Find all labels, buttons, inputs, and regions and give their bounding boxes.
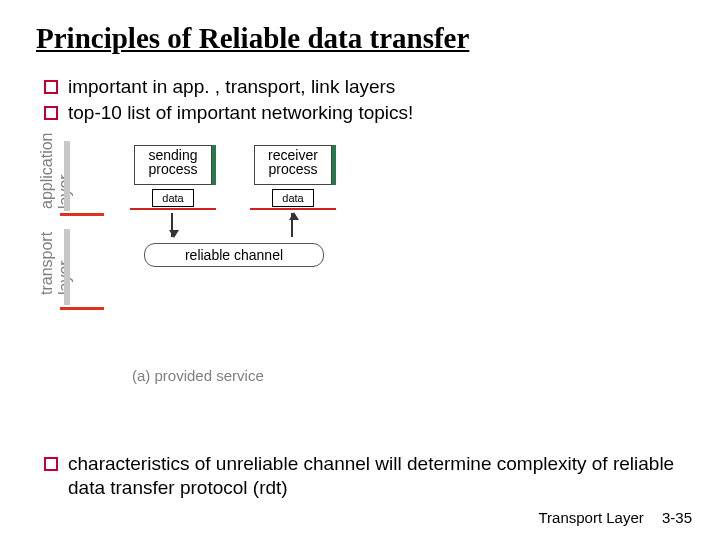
bullet-text: important in app. , transport, link laye… (68, 75, 395, 99)
data-underline (130, 208, 216, 210)
layer-bar (64, 229, 70, 305)
channel-label: reliable channel (144, 243, 324, 267)
list-item: top-10 list of important networking topi… (44, 101, 686, 125)
bullet-icon (44, 106, 58, 120)
diagram: applicationlayer transportlayer sendingp… (40, 133, 420, 393)
list-item: important in app. , transport, link laye… (44, 75, 686, 99)
bullet-text: characteristics of unreliable channel wi… (68, 452, 680, 500)
bullet-text: top-10 list of important networking topi… (68, 101, 413, 125)
arrow-down-icon (171, 213, 173, 237)
diagram-caption: (a) provided service (132, 367, 264, 384)
footer: Transport Layer 3-35 (538, 509, 692, 526)
bullet-list: important in app. , transport, link laye… (44, 75, 686, 125)
bottom-bullet: characteristics of unreliable channel wi… (44, 450, 680, 502)
layer-divider (60, 213, 104, 216)
footer-chapter: Transport Layer (538, 509, 643, 526)
receiver-process-box: receiverprocess (254, 145, 332, 185)
channel-box: reliable channel (144, 243, 324, 267)
footer-page: 3-35 (662, 509, 692, 526)
layer-bar (64, 141, 70, 211)
page-title: Principles of Reliable data transfer (36, 22, 686, 55)
data-box-recv: data (272, 189, 314, 207)
bullet-icon (44, 457, 58, 471)
data-underline (250, 208, 336, 210)
arrow-up-icon (291, 213, 293, 237)
layer-divider (60, 307, 104, 310)
data-box-send: data (152, 189, 194, 207)
sending-process-box: sendingprocess (134, 145, 212, 185)
bullet-icon (44, 80, 58, 94)
